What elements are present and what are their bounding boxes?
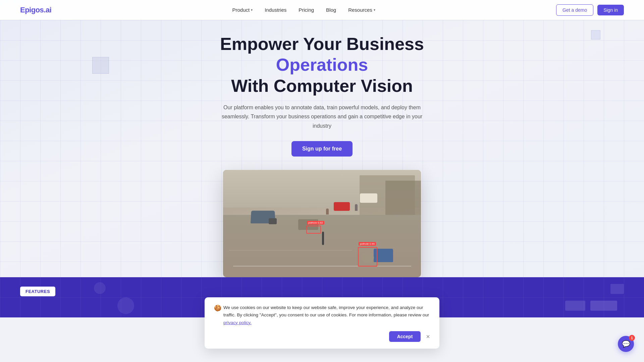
traffic-light [322, 232, 324, 245]
deco-rect-2 [565, 301, 585, 311]
pothole-shape [361, 252, 374, 263]
cookie-content: 🍪 We use cookies on our website to keep … [214, 304, 430, 326]
chevron-down-icon: ▾ [251, 8, 253, 12]
person-1 [326, 208, 329, 215]
chevron-down-icon-resources: ▾ [374, 8, 375, 12]
hero-title-accent: Operations [276, 55, 368, 74]
nav-links: Product ▾ Industries Pricing Blog Resour… [232, 7, 375, 13]
deco-square-left [92, 57, 109, 74]
deco-square-right [591, 30, 600, 40]
nav-item-blog[interactable]: Blog [326, 7, 336, 13]
logo[interactable]: Epigos.ai [20, 6, 51, 14]
nav-item-product[interactable]: Product ▾ [232, 7, 253, 13]
car-red [334, 202, 350, 211]
video-scene: pothole 0.82 pothole 0.90 [223, 170, 421, 277]
person-2 [355, 204, 358, 211]
nav-item-industries[interactable]: Industries [265, 7, 286, 13]
cookie-banner: 🍪 We use cookies on our website to keep … [205, 297, 439, 349]
features-badge: FEATURES [20, 287, 55, 296]
detection-label-1: pothole 0.82 [307, 221, 324, 225]
hero-section: Empower Your Business Operations With Co… [0, 0, 644, 277]
nav-actions: Get a demo Sign in [556, 4, 624, 16]
signup-button[interactable]: Sign up for free [291, 141, 353, 157]
detection-box-1: pothole 0.82 [306, 226, 321, 234]
cookie-icon: 🍪 [214, 304, 221, 312]
road-divider [233, 266, 411, 266]
car-white [360, 193, 377, 203]
nav-item-resources[interactable]: Resources ▾ [348, 7, 375, 13]
hero-title: Empower Your Business Operations With Co… [178, 34, 466, 96]
deco-rect-3 [610, 284, 624, 294]
get-demo-button[interactable]: Get a demo [556, 4, 593, 16]
deco-rect-1 [590, 301, 617, 311]
hero-subtitle: Our platform enables you to annotate dat… [215, 103, 429, 130]
hero-title-part1: Empower Your Business [220, 34, 424, 54]
detection-label-2: pothole 0.90 [359, 242, 376, 246]
motorbike [269, 218, 277, 224]
detection-box-2: pothole 0.90 [358, 247, 377, 266]
close-cookie-button[interactable]: × [426, 333, 430, 340]
hero-content: Empower Your Business Operations With Co… [171, 34, 473, 170]
navbar: Epigos.ai Product ▾ Industries Pricing B… [0, 0, 644, 20]
cookie-text: We use cookies on our website to keep ou… [223, 304, 430, 326]
cookie-actions: Accept × [389, 331, 430, 342]
nav-item-pricing[interactable]: Pricing [299, 7, 314, 13]
road-divider-2 [229, 250, 352, 250]
privacy-policy-link[interactable]: privacy policy. [223, 320, 252, 325]
chat-bubble[interactable]: 💬 1 [618, 336, 634, 352]
sign-in-button[interactable]: Sign in [597, 5, 624, 15]
deco-circle-2 [94, 282, 106, 294]
accept-button[interactable]: Accept [389, 331, 421, 342]
deco-circle-1 [117, 297, 134, 314]
hero-video-container: pothole 0.82 pothole 0.90 [223, 170, 421, 277]
hero-title-part2: With Computer Vision [231, 76, 413, 96]
chat-badge: 1 [629, 335, 635, 341]
chat-icon: 💬 [622, 340, 630, 348]
